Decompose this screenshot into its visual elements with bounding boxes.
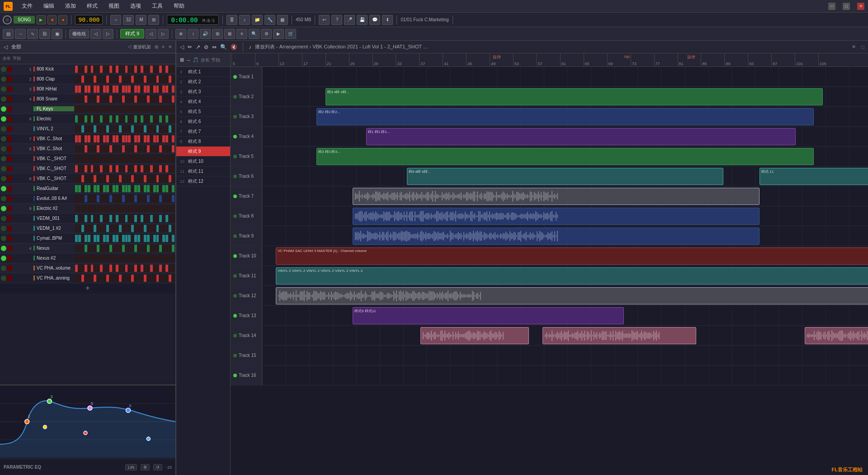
- step-button[interactable]: [85, 175, 87, 182]
- step-button[interactable]: [113, 86, 115, 93]
- step-button[interactable]: [141, 275, 143, 282]
- step-button[interactable]: [162, 145, 165, 152]
- step-button[interactable]: [159, 135, 162, 142]
- step-button[interactable]: [150, 155, 153, 162]
- step-button[interactable]: [78, 125, 81, 133]
- step-button[interactable]: [153, 195, 156, 202]
- step-button[interactable]: [165, 165, 168, 172]
- clip[interactable]: VINYL 2 VINYL 2 VINYL 2 VINYL 2 VINYL 2 …: [276, 267, 868, 285]
- step-button[interactable]: [109, 66, 112, 73]
- track-content[interactable]: 样式9 样式11: [262, 306, 868, 325]
- step-button[interactable]: [78, 86, 81, 93]
- step-button[interactable]: [159, 235, 162, 242]
- step-button[interactable]: [88, 66, 90, 73]
- clip[interactable]: 样8 8样 8样...: [407, 168, 723, 185]
- step-button[interactable]: [88, 265, 90, 272]
- step-button[interactable]: [144, 185, 146, 192]
- channel-mute-btn[interactable]: [7, 206, 12, 211]
- channel-row[interactable]: VINYL 2: [0, 124, 175, 134]
- step-button[interactable]: [137, 165, 140, 172]
- step-button[interactable]: [109, 255, 112, 262]
- step-button[interactable]: [137, 175, 140, 182]
- step-button[interactable]: [165, 135, 168, 142]
- step-button[interactable]: [125, 165, 128, 172]
- step-button[interactable]: [150, 265, 153, 272]
- step-button[interactable]: [113, 275, 115, 282]
- step-button[interactable]: [94, 66, 96, 73]
- step-button[interactable]: [125, 115, 128, 123]
- step-button[interactable]: [113, 105, 115, 113]
- step-button[interactable]: [165, 235, 168, 242]
- step-button[interactable]: [156, 215, 159, 222]
- step-button[interactable]: [125, 235, 128, 242]
- step-button[interactable]: [162, 275, 165, 282]
- step-button[interactable]: [172, 76, 175, 83]
- step-button[interactable]: [172, 195, 175, 202]
- channel-mute-btn[interactable]: [7, 126, 12, 132]
- step-button[interactable]: [134, 95, 137, 103]
- step-button[interactable]: [106, 95, 109, 103]
- step-button[interactable]: [94, 145, 96, 152]
- pattern-item[interactable]: 9 样式 9: [176, 147, 230, 157]
- channel-row[interactable]: VC PHA..volume: [0, 263, 175, 273]
- step-button[interactable]: [97, 205, 99, 212]
- step-button[interactable]: [147, 115, 150, 123]
- step-button[interactable]: [85, 215, 87, 222]
- step-button[interactable]: [141, 265, 143, 272]
- step-button[interactable]: [75, 86, 78, 93]
- step-button[interactable]: [147, 175, 150, 182]
- step-button[interactable]: [116, 105, 118, 113]
- channel-mute-btn[interactable]: [7, 186, 12, 191]
- step-button[interactable]: [147, 275, 150, 282]
- step-button[interactable]: [159, 145, 162, 152]
- step-button[interactable]: [88, 205, 90, 212]
- step-button[interactable]: [109, 215, 112, 222]
- step-button[interactable]: [172, 86, 175, 93]
- step-button[interactable]: [153, 225, 156, 232]
- step-button[interactable]: [97, 265, 99, 272]
- channel-active-btn[interactable]: [1, 176, 6, 181]
- step-button[interactable]: [91, 86, 94, 93]
- step-button[interactable]: [85, 265, 87, 272]
- step-button[interactable]: [113, 265, 115, 272]
- step-button[interactable]: [165, 265, 168, 272]
- channel-row[interactable]: VEDM_1 #2: [0, 223, 175, 233]
- step-button[interactable]: [156, 155, 159, 162]
- channel-active-btn[interactable]: [1, 126, 6, 132]
- step-button[interactable]: [75, 76, 78, 83]
- step-button[interactable]: [75, 175, 78, 182]
- step-button[interactable]: [113, 205, 115, 212]
- step-button[interactable]: [85, 86, 87, 93]
- step-button[interactable]: [119, 275, 122, 282]
- channel-name[interactable]: VBK C._SHOT: [33, 156, 74, 161]
- step-button[interactable]: [169, 115, 171, 123]
- step-button[interactable]: [137, 185, 140, 192]
- step-button[interactable]: [122, 145, 125, 152]
- step-button[interactable]: [156, 235, 159, 242]
- track-content[interactable]: 样8 8样 8样...样式 11: [262, 166, 868, 186]
- step-button[interactable]: [109, 235, 112, 242]
- step-button[interactable]: [137, 255, 140, 262]
- step-button[interactable]: [134, 105, 137, 113]
- step-button[interactable]: [116, 225, 118, 232]
- step-button[interactable]: [156, 265, 159, 272]
- step-button[interactable]: [144, 76, 146, 83]
- pattern-item[interactable]: 3 样式 1: [176, 67, 230, 77]
- step-button[interactable]: [162, 225, 165, 232]
- step-button[interactable]: [134, 185, 137, 192]
- step-button[interactable]: [125, 95, 128, 103]
- step-button[interactable]: [75, 275, 78, 282]
- step-button[interactable]: [122, 205, 125, 212]
- step-button[interactable]: [97, 105, 99, 113]
- step-button[interactable]: [94, 76, 96, 83]
- step-button[interactable]: [141, 125, 143, 133]
- step-button[interactable]: [81, 235, 84, 242]
- step-button[interactable]: [75, 215, 78, 222]
- step-button[interactable]: [153, 245, 156, 252]
- step-button[interactable]: [156, 66, 159, 73]
- step-button[interactable]: [100, 145, 103, 152]
- step-button[interactable]: [78, 265, 81, 272]
- step-button[interactable]: [159, 66, 162, 73]
- playlist-icon[interactable]: ▤: [3, 29, 14, 39]
- pattern-item[interactable]: 6 样式 6: [176, 117, 230, 127]
